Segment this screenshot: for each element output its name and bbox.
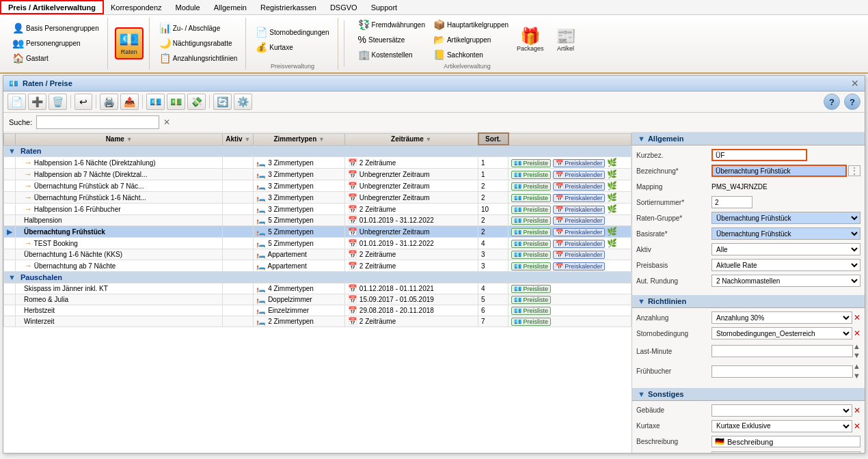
- ribbon-stornobedingungen[interactable]: 📄 Stornobedingungen: [253, 25, 331, 39]
- preisliste-btn[interactable]: 💶 Preisliste: [511, 206, 551, 214]
- search-input[interactable]: [36, 115, 159, 129]
- toolbar-new-btn[interactable]: 📄: [8, 94, 26, 110]
- col-sort-header[interactable]: Sort.: [478, 133, 508, 145]
- preisliste-btn[interactable]: 💶 Preisliste: [511, 217, 551, 225]
- toolbar-undo-btn[interactable]: ↩: [74, 94, 92, 110]
- row-name[interactable]: → Übernachtung Frühstück ab 7 Näc...: [16, 180, 223, 192]
- toolbar-add-btn[interactable]: ➕: [28, 94, 46, 110]
- row-name[interactable]: → Übernachtung ab 7 Nächte: [16, 260, 223, 272]
- ribbon-zu-abschlaege[interactable]: 📊 Zu- / Abschläge: [157, 21, 241, 35]
- kurtaxe-del-btn[interactable]: ✕: [854, 421, 860, 431]
- kurtaxe-select[interactable]: Kurtaxe Exklusive: [711, 420, 852, 432]
- ribbon-artikel[interactable]: 📰 Artikel: [552, 27, 580, 53]
- preiskalender-btn[interactable]: 📅 Preiskalender: [553, 228, 606, 236]
- preiskalender-btn[interactable]: 📅 Preiskalender: [553, 217, 606, 225]
- preisliste-btn[interactable]: 💶 Preisliste: [511, 240, 551, 248]
- preiskalender-btn[interactable]: 📅 Preiskalender: [553, 262, 606, 270]
- gebaeude-select[interactable]: [711, 404, 852, 417]
- toolbar-refresh-btn[interactable]: 🔄: [213, 94, 232, 110]
- gebaeude-del-btn[interactable]: ✕: [854, 406, 860, 415]
- table-row-selected[interactable]: ▶ Übernachtung Frühstück 🛏️ 5 Zimmertype…: [4, 226, 632, 238]
- preisbasis-select[interactable]: Aktuelle Rate: [711, 259, 860, 271]
- fruehbucher-input[interactable]: [711, 365, 853, 378]
- toolbar-help-btn[interactable]: ?: [824, 94, 840, 110]
- row-name[interactable]: → Übernachtung Frühstück 1-6 Nächt...: [16, 192, 223, 204]
- group-pauschalen[interactable]: ▼ Pauschalen: [4, 272, 632, 283]
- ribbon-fremdwaehrungen[interactable]: 💱 Fremdwährungen: [355, 18, 428, 31]
- toolbar-settings-btn[interactable]: ⚙️: [234, 94, 252, 110]
- gast-filter-input[interactable]: [711, 451, 860, 453]
- preiskalender-btn[interactable]: 📅 Preiskalender: [553, 206, 606, 214]
- preiskalender-btn[interactable]: 📅 Preiskalender: [553, 159, 606, 167]
- preisliste-btn[interactable]: 💶 Preisliste: [511, 159, 551, 167]
- row-name[interactable]: Skispass im Jänner inkl. KT: [16, 283, 223, 294]
- ribbon-sachkonten[interactable]: 📒 Sachkonten: [431, 48, 511, 61]
- ribbon-steuersaetze[interactable]: % Steuersätze: [355, 33, 428, 46]
- anzahlung-del-btn[interactable]: ✕: [854, 313, 860, 322]
- ribbon-packages[interactable]: 🎁 Packages: [514, 27, 547, 53]
- menu-korrespondenz[interactable]: Korrespondenz: [104, 0, 169, 14]
- beschreibung-btn[interactable]: 🇩🇪 Beschreibung: [711, 436, 860, 447]
- preiskalender-btn[interactable]: 📅 Preiskalender: [553, 240, 606, 248]
- stornobedingung-del-btn[interactable]: ✕: [854, 329, 860, 338]
- menu-support[interactable]: Support: [364, 0, 405, 14]
- section-allgemein-header[interactable]: ▼ Allgemein: [632, 133, 865, 145]
- section-richtlinien-header[interactable]: ▼ Richtlinien: [632, 295, 865, 308]
- ribbon-basis-personengruppen[interactable]: 👤 Basis Personengruppen: [10, 21, 102, 35]
- row-name[interactable]: Romeo & Julia: [16, 294, 223, 305]
- ribbon-personengruppen[interactable]: 👥 Personengruppen: [10, 36, 102, 50]
- aktiv-select[interactable]: Alle: [711, 243, 860, 255]
- menu-preis-artikelverwaltung[interactable]: Preis / Artikelverwaltung: [0, 0, 104, 14]
- row-name-selected[interactable]: Übernachtung Frühstück: [16, 226, 223, 238]
- stornobedingung-select[interactable]: Stornobedingungen_Oesterreich: [711, 327, 852, 339]
- toolbar-money-del-btn[interactable]: 💸: [187, 94, 206, 110]
- preiskalender-btn[interactable]: 📅 Preiskalender: [553, 171, 606, 179]
- preisliste-btn[interactable]: 💶 Preisliste: [511, 251, 551, 259]
- menu-registrierkassen[interactable]: Registrierkassen: [254, 0, 323, 14]
- bezeichnung-expand-icon[interactable]: ⋮: [848, 165, 860, 176]
- preisliste-btn[interactable]: 💶 Preisliste: [511, 194, 551, 202]
- toolbar-export-btn[interactable]: 📤: [120, 94, 139, 110]
- aut-rundung-select[interactable]: 2 Nachkommastellen: [711, 275, 860, 287]
- ribbon-hauptartikelgruppen[interactable]: 📦 Hauptartikelgruppen: [431, 18, 511, 31]
- fruehbucher-spin[interactable]: ▲▼: [853, 362, 860, 380]
- ribbon-kurtaxe[interactable]: 💰 Kurtaxe: [253, 40, 331, 54]
- row-name[interactable]: → Halbpension 1-6 Nächte (Direktzahlung): [16, 157, 223, 169]
- row-name[interactable]: Herbstzeit: [16, 305, 223, 316]
- raten-gruppe-select[interactable]: Übernachtung Frühstück: [711, 212, 860, 224]
- last-minute-spin[interactable]: ▲▼: [853, 342, 860, 360]
- preiskalender-btn[interactable]: 📅 Preiskalender: [553, 251, 606, 259]
- row-name[interactable]: → Halbpension ab 7 Nächte (Direktzal...: [16, 169, 223, 180]
- last-minute-input[interactable]: [711, 345, 853, 357]
- menu-dsgvo[interactable]: DSGVO: [323, 0, 364, 14]
- preisliste-btn[interactable]: 💶 Preisliste: [511, 285, 551, 293]
- toolbar-delete-btn[interactable]: 🗑️: [49, 94, 67, 110]
- row-name[interactable]: → Halbpension 1-6 Frühbucher: [16, 204, 223, 215]
- bezeichnung-input[interactable]: [711, 165, 847, 177]
- ribbon-artikelgruppen[interactable]: 📂 Artikelgruppen: [431, 33, 511, 46]
- preisliste-btn[interactable]: 💶 Preisliste: [511, 228, 551, 236]
- sortiernummer-input[interactable]: [711, 196, 752, 208]
- ribbon-gastart[interactable]: 🏠 Gastart: [10, 51, 102, 65]
- preisliste-btn[interactable]: 💶 Preisliste: [511, 307, 551, 315]
- row-name[interactable]: Übernachtung 1-6 Nächte (KKS): [16, 249, 223, 260]
- col-aktiv-header[interactable]: Aktiv ▼: [223, 133, 254, 145]
- preisliste-btn[interactable]: 💶 Preisliste: [511, 182, 551, 191]
- toolbar-print-btn[interactable]: 🖨️: [100, 94, 118, 110]
- toolbar-money-add-btn[interactable]: 💵: [167, 94, 185, 110]
- toolbar-money-green-btn[interactable]: 💶: [146, 94, 165, 110]
- col-zimmer-header[interactable]: Zimmertypen ▼: [254, 133, 345, 145]
- menu-module[interactable]: Module: [169, 0, 207, 14]
- toolbar-help2-btn[interactable]: ?: [844, 94, 860, 110]
- row-name[interactable]: Winterzeit: [16, 316, 223, 327]
- preisliste-btn[interactable]: 💶 Preisliste: [511, 171, 551, 179]
- col-name-header[interactable]: Name ▼: [16, 133, 223, 145]
- ribbon-anzahlungsrichtlinien[interactable]: 📋 Anzahlungsrichtlinien: [157, 51, 241, 65]
- search-clear-btn[interactable]: ✕: [163, 117, 170, 127]
- ribbon-kostenstellen[interactable]: 🏢 Kostenstellen: [355, 48, 428, 61]
- preisliste-btn[interactable]: 💶 Preisliste: [511, 318, 551, 326]
- ribbon-naechtigungsrabatte[interactable]: 🌙 Nächtigungsrabatte: [157, 36, 241, 50]
- col-zeit-header[interactable]: Zeiträume ▼: [345, 133, 478, 145]
- section-sonstiges-header[interactable]: ▼ Sonstiges: [632, 388, 865, 401]
- menu-allgemein[interactable]: Allgemein: [207, 0, 254, 14]
